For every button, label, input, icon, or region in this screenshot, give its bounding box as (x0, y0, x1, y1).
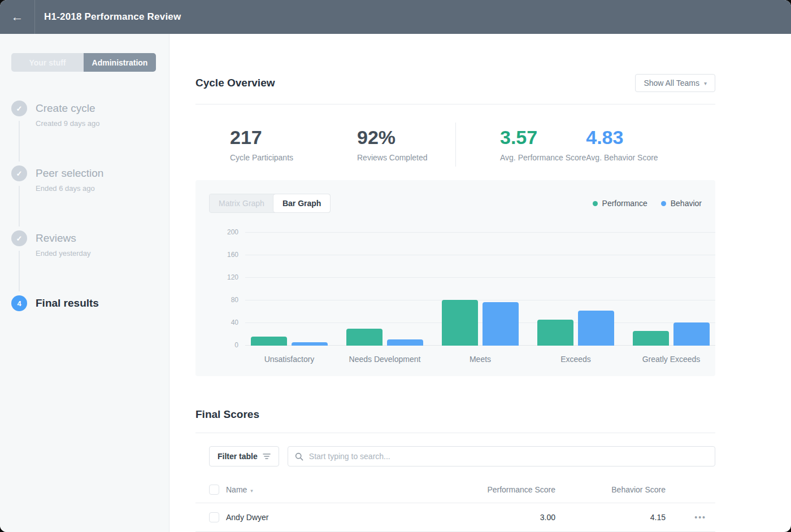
step-number-badge: 4 (11, 295, 27, 311)
cycle-steps: ✓Create cycleCreated 9 days ago✓Peer sel… (11, 101, 169, 360)
stats-row: 217Cycle Participants92%Reviews Complete… (195, 104, 715, 171)
step-reviews[interactable]: ✓ReviewsEnded yesterday (11, 230, 169, 295)
bar-behavior[interactable] (578, 311, 614, 346)
page-title: H1-2018 Performance Review (44, 11, 181, 23)
step-create-cycle[interactable]: ✓Create cycleCreated 9 days ago (11, 101, 169, 165)
step-subtitle: Ended 6 days ago (36, 184, 103, 193)
bar-behavior[interactable] (292, 342, 328, 346)
x-axis-category-label: Greatly Exceeds (633, 355, 710, 364)
teams-dropdown-label: Show All Teams (644, 79, 699, 88)
stat-value: 3.57 (500, 127, 586, 148)
section-divider (195, 433, 715, 433)
x-axis-category-label: Meets (442, 355, 519, 364)
chart-toolbar: Matrix Graph Bar Graph PerformanceBehavi… (209, 194, 702, 213)
stat-avg-behavior-score: 4.83Avg. Behavior Score (586, 127, 658, 171)
column-header-name[interactable]: Name▾ (226, 485, 430, 494)
table-row[interactable]: Andy Dwyer3.004.15••• (195, 503, 715, 532)
bar-performance[interactable] (251, 337, 287, 346)
row-checkbox[interactable] (209, 512, 219, 522)
bar-behavior[interactable] (673, 322, 710, 346)
bar-behavior[interactable] (483, 302, 519, 346)
main-content: Cycle Overview Show All Teams ▾ 217Cycle… (195, 34, 715, 532)
bar-group-meets (442, 300, 519, 346)
bar-group-exceeds (537, 311, 614, 346)
check-circle-icon: ✓ (11, 230, 27, 246)
y-axis-tick-label: 120 (227, 273, 238, 281)
step-subtitle: Ended yesterday (36, 249, 91, 258)
bar-chart-plot: 04080120160200 (245, 232, 715, 346)
cell-performance-score: 3.00 (437, 513, 555, 522)
stat-avg-performance-score: 3.57Avg. Performance Score (500, 127, 586, 171)
bar-group-unsatisfactory (251, 337, 328, 346)
chart-panel: Matrix Graph Bar Graph PerformanceBehavi… (195, 180, 715, 376)
legend-dot-icon (661, 201, 666, 206)
step-title: Create cycle (36, 102, 99, 115)
matrix-graph-toggle[interactable]: Matrix Graph (210, 194, 273, 212)
stats-divider (455, 123, 456, 167)
filter-table-button[interactable]: Filter table (209, 446, 279, 466)
bar-group-greatly-exceeds (633, 322, 710, 346)
cell-behavior-score: 4.15 (562, 513, 666, 522)
row-menu-button[interactable]: ••• (672, 513, 706, 522)
column-header-behavior[interactable]: Behavior Score (562, 485, 666, 494)
legend-item-behavior[interactable]: Behavior (661, 199, 702, 208)
arrow-left-icon: ← (11, 10, 24, 24)
graph-type-toggle: Matrix Graph Bar Graph (209, 194, 331, 213)
y-axis-tick-label: 80 (231, 296, 238, 304)
teams-dropdown[interactable]: Show All Teams ▾ (635, 74, 715, 92)
table-body: Andy Dwyer3.004.15••• (195, 503, 715, 532)
check-circle-icon: ✓ (11, 101, 27, 116)
column-header-performance[interactable]: Performance Score (437, 485, 555, 494)
chart-legend: PerformanceBehavior (593, 199, 702, 208)
app-window: ← H1-2018 Performance Review Your stuff … (0, 0, 791, 532)
step-final-results[interactable]: 4Final results (11, 295, 169, 360)
bars-layer (245, 232, 715, 346)
stat-label: Cycle Participants (230, 153, 357, 162)
sidebar: Your stuff Administration ✓Create cycleC… (0, 34, 169, 532)
x-axis-category-label: Exceeds (537, 355, 614, 364)
y-axis-tick-label: 160 (227, 251, 238, 259)
sidebar-tabs: Your stuff Administration (11, 53, 156, 72)
stat-label: Reviews Completed (357, 153, 500, 162)
stat-label: Avg. Behavior Score (586, 153, 658, 162)
bar-performance[interactable] (537, 320, 573, 346)
stat-reviews-completed: 92%Reviews Completed (357, 127, 500, 171)
bar-performance[interactable] (442, 300, 478, 346)
x-axis-category-label: Unsatisfactory (251, 355, 328, 364)
check-circle-icon: ✓ (11, 165, 27, 181)
step-title: Final results (36, 296, 99, 310)
chart-category-labels: UnsatisfactoryNeeds DevelopmentMeetsExce… (245, 355, 715, 364)
stat-value: 4.83 (586, 127, 658, 148)
chevron-down-icon: ▾ (704, 80, 707, 86)
bar-performance[interactable] (346, 329, 383, 346)
bar-graph-toggle[interactable]: Bar Graph (273, 194, 330, 212)
y-axis-tick-label: 0 (234, 341, 238, 349)
filter-table-label: Filter table (218, 452, 258, 461)
bar-performance[interactable] (633, 331, 669, 346)
select-all-checkbox[interactable] (209, 485, 219, 495)
tab-your-stuff[interactable]: Your stuff (11, 53, 84, 72)
search-input-wrap (288, 446, 715, 466)
cell-name: Andy Dwyer (226, 513, 430, 522)
back-button[interactable]: ← (0, 0, 35, 34)
step-title: Peer selection (36, 167, 103, 180)
tab-administration[interactable]: Administration (84, 53, 156, 72)
legend-item-performance[interactable]: Performance (593, 199, 647, 208)
search-input[interactable] (309, 452, 708, 461)
stat-label: Avg. Performance Score (500, 153, 586, 162)
bar-behavior[interactable] (387, 339, 423, 346)
top-bar: ← H1-2018 Performance Review (0, 0, 791, 34)
y-axis-tick-label: 40 (231, 319, 238, 326)
stat-cycle-participants: 217Cycle Participants (230, 127, 357, 171)
overview-header: Cycle Overview Show All Teams ▾ (195, 74, 715, 92)
filter-icon (263, 453, 271, 460)
overview-title: Cycle Overview (195, 77, 275, 89)
legend-dot-icon (593, 201, 598, 206)
search-icon (295, 452, 303, 461)
sort-caret-icon: ▾ (250, 488, 253, 494)
final-scores-title: Final Scores (195, 408, 715, 421)
bar-group-needs-development (346, 329, 423, 346)
step-subtitle: Created 9 days ago (36, 119, 99, 128)
step-peer-selection[interactable]: ✓Peer selectionEnded 6 days ago (11, 165, 169, 230)
stat-value: 217 (230, 127, 357, 148)
